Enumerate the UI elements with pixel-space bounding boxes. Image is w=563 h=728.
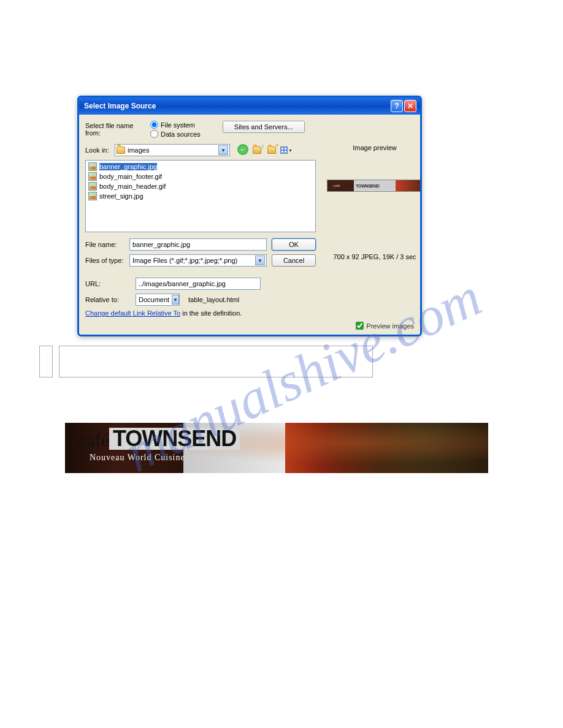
image-preview-meta: 700 x 92 JPEG, 19K / 3 sec: [327, 253, 422, 260]
sites-servers-button[interactable]: Sites and Servers...: [223, 121, 305, 133]
titlebar: Select Image Source ? ✕: [79, 97, 420, 115]
lookin-value: images: [128, 146, 218, 154]
cancel-button[interactable]: Cancel: [272, 254, 316, 267]
dropdown-arrow-icon: ▼: [218, 145, 228, 155]
note-text-box: [59, 346, 373, 377]
file-item[interactable]: banner_graphic.jpg: [87, 162, 314, 172]
help-button[interactable]: ?: [391, 100, 403, 112]
note-container: [39, 346, 373, 377]
filetype-value: Image Files (*.gif;*.jpg;*.jpeg;*.png): [131, 257, 255, 264]
image-file-icon: [88, 172, 97, 181]
relative-to-label: Relative to:: [85, 296, 126, 303]
preview-images-label: Preview images: [366, 322, 414, 330]
file-item[interactable]: body_main_footer.gif: [87, 172, 314, 181]
new-folder-icon[interactable]: ✦: [266, 144, 278, 156]
lookin-label: Look in:: [85, 146, 111, 154]
change-default-link[interactable]: Change default Link Relative To: [85, 309, 180, 317]
filetype-dropdown[interactable]: Image Files (*.gif;*.jpg;*.jpeg;*.png) ▼: [129, 254, 267, 267]
select-from-label: Select file name from:: [85, 121, 147, 137]
file-name: body_main_footer.gif: [99, 173, 162, 180]
folder-icon: [117, 146, 125, 154]
file-name: street_sign.jpg: [99, 192, 144, 200]
preview-images-checkbox[interactable]: [356, 322, 364, 330]
ok-button[interactable]: OK: [272, 238, 316, 251]
filename-label: File name:: [85, 241, 126, 248]
image-file-icon: [88, 192, 97, 200]
dialog-title: Select Image Source: [83, 102, 156, 110]
radio-file-system[interactable]: File system: [150, 121, 201, 129]
relative-to-dropdown[interactable]: Document ▼: [136, 294, 180, 306]
view-menu-icon[interactable]: ▼: [280, 144, 293, 156]
radio-file-system-label: File system: [161, 121, 195, 129]
file-list[interactable]: banner_graphic.jpg body_main_footer.gif …: [85, 160, 316, 232]
banner-cafe-text: café: [79, 430, 109, 450]
dropdown-arrow-icon: ▼: [255, 256, 265, 265]
image-preview-thumbnail: café TOWNSEND: [327, 180, 422, 192]
file-name: banner_graphic.jpg: [99, 163, 157, 170]
url-input[interactable]: [136, 278, 261, 290]
radio-data-sources-input[interactable]: [150, 130, 158, 138]
select-image-dialog: Select Image Source ? ✕ Select file name…: [77, 96, 422, 336]
thumb-brand-text: TOWNSEND: [356, 184, 379, 188]
radio-data-sources-label: Data sources: [161, 131, 201, 138]
file-item[interactable]: body_main_header.gif: [87, 181, 314, 191]
image-file-icon: [88, 182, 97, 191]
note-icon-box: [39, 346, 53, 377]
radio-file-system-input[interactable]: [150, 121, 158, 129]
up-folder-icon[interactable]: ↑: [251, 144, 263, 156]
image-file-icon: [88, 162, 97, 171]
dropdown-arrow-icon: ▼: [172, 295, 179, 305]
url-label: URL:: [85, 280, 126, 287]
close-button[interactable]: ✕: [404, 100, 416, 112]
banner-image: caféTOWNSEND Nouveau World Cuisine: [65, 423, 488, 473]
thumb-cafe-text: café: [333, 184, 340, 188]
banner-tagline: Nouveau World Cuisine: [90, 453, 240, 463]
file-item[interactable]: street_sign.jpg: [87, 191, 314, 201]
filename-input[interactable]: [129, 238, 267, 251]
relative-to-value: Document: [136, 296, 172, 303]
radio-data-sources[interactable]: Data sources: [150, 130, 201, 138]
image-preview-label: Image preview: [327, 144, 422, 151]
lookin-dropdown[interactable]: images ▼: [115, 144, 230, 156]
relative-to-filename: table_layout.html: [188, 296, 239, 303]
banner-brand-text: TOWNSEND: [109, 428, 240, 450]
change-default-suffix: in the site definition.: [180, 309, 242, 317]
back-icon[interactable]: ←: [237, 144, 248, 155]
filetype-label: Files of type:: [85, 257, 126, 264]
file-name: body_main_header.gif: [99, 183, 166, 190]
